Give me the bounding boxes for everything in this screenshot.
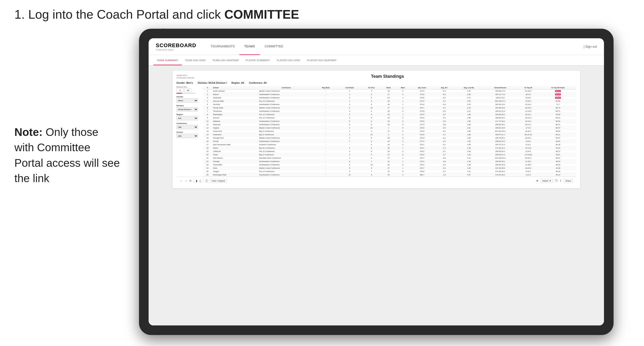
table-cell: 262 88-17-0 [484,89,516,93]
table-cell: 4 [396,140,410,143]
table-cell: 71.7 [540,103,576,106]
subnav-team-h2h-heatmap[interactable]: TEAM H2H HEATMAP [209,56,242,65]
standings-table: # School Conference Reg Rank Conf Rank N… [203,86,576,176]
toolbar-back-icon[interactable]: ← [180,179,183,182]
toolbar-expand-icon[interactable]: ❐ [555,179,558,182]
table-cell: Atlantic Coast Conference [258,126,314,130]
table-cell: Southeastern Conference [258,173,314,176]
table-cell: 17 [203,143,212,147]
table-row: 23Texas A&MSoutheastern Conference-91030… [203,163,576,167]
table-cell: 11 [203,123,212,126]
table-cell: 8 [362,136,382,140]
subnav-player-h2h-heatmap[interactable]: PLAYER H2H HEATMAP [304,56,340,65]
school-filter-select[interactable]: (All) [176,134,198,138]
share-btn[interactable]: Share [564,179,573,183]
table-cell: 8 [362,123,382,126]
table-cell: 20 [203,153,212,157]
table-cell: - [314,173,338,176]
min-input[interactable] [176,88,184,92]
table-cell: 8-14-0 [517,150,540,153]
table-cell: -4.0 [434,100,454,103]
table-cell: 6 [337,123,362,126]
table-cell: 215 109-24-2 [484,157,516,160]
table-cell: 58.91 [540,157,576,160]
table-cell: Southeastern Conference [258,160,314,163]
table-cell: 1 [381,126,396,130]
table-cell: 2.37 [454,103,484,106]
toolbar-paste-icon[interactable]: ▯ [200,179,201,182]
nav-tournaments[interactable]: TOURNAMENTS [206,38,240,55]
note-bold: Note: [14,126,43,138]
subnav-player-summary[interactable]: PLAYER SUMMARY [242,56,274,65]
note-section: Note: Only those with Committee Portal a… [14,124,120,186]
table-cell: 6.2 [381,96,396,100]
table-cell: 60.94 [540,120,576,123]
table-cell: -0.7 [434,153,454,157]
sign-out-link[interactable]: | Sign out [584,45,597,48]
table-cell: 268 82-18-1 [484,123,516,126]
table-cell: 24 [362,133,382,136]
col-conference: Conference [258,86,314,89]
table-cell: 2 [396,130,410,133]
table-cell: 278.5 [410,170,434,173]
gender-filter-select[interactable]: Men's [176,98,198,103]
watch-btn[interactable]: Watch ▼ [541,179,553,183]
min-rounds-slider[interactable] [176,93,196,94]
table-cell: - [314,126,338,130]
table-cell: -6.2 [434,136,454,140]
table-cell: 0 [396,173,410,176]
col-rank: # [203,86,212,89]
subnav-team-summary[interactable]: TEAM SUMMARY [154,56,182,65]
table-row: 1North CarolinaAtlantic Coast Conference… [203,89,576,93]
table-cell: 13-24-1 [517,120,540,123]
toolbar-forward-icon[interactable]: → [184,179,188,182]
toolbar-share-icon[interactable]: ⇧ [560,179,562,182]
nav-teams[interactable]: TEAMS [240,38,260,55]
table-row: 26Mississippi StateSoutheastern Conferen… [203,173,576,176]
region-filter-group: Region N/A [176,113,200,120]
toolbar-info-icon[interactable]: ⓘ [205,179,208,183]
table-cell: -3.5 [434,120,454,123]
table-cell: 2 [337,133,362,136]
table-cell: -1.4 [434,147,454,150]
table-cell: 277.0 [410,123,434,126]
table-row: 17East Tennessee StateSouthern Conferenc… [203,143,576,147]
table-cell: 9 [337,163,362,167]
toolbar-copy-icon[interactable]: ▮ [196,179,198,182]
table-cell: Texas A&M [212,163,258,167]
table-cell: 2.01 [454,126,484,130]
table-cell: 10 [337,173,362,176]
division-filter-select[interactable]: NCAA Division I [176,107,198,112]
conference-filter-select[interactable]: (All) [176,125,198,129]
table-cell: 278.9 [410,153,434,157]
table-cell: 3 [203,96,212,100]
filter-division: Division: NCAA Division I [198,82,227,84]
table-cell: 1.28 [454,147,484,150]
nav-committee[interactable]: COMMITTEE [260,38,288,55]
subnav-team-h2h-grid[interactable]: TEAM H2H GRID [182,56,209,65]
standings-table-container: # School Conference Reg Rank Conf Rank N… [203,86,576,176]
table-cell: 8 [362,116,382,120]
table-cell: 4 [337,110,362,113]
table-cell: Big 12 Conference [258,133,314,136]
table-cell: 48.54 [540,160,576,163]
region-filter-select[interactable]: N/A [176,116,198,120]
toolbar-divider-2 [203,179,203,183]
table-cell: 276.9 [410,130,434,133]
table-cell: 217 72-30-1 [484,120,516,123]
table-cell: 9 [362,157,382,160]
table-row: 22GeorgiaSoutheastern Conference-8721127… [203,160,576,163]
subnav-player-h2h-grid[interactable]: PLAYER H2H GRID [274,56,304,65]
table-cell: 26 [381,100,396,103]
gender-filter-label: Gender [176,96,200,98]
table-cell: 27 [381,153,396,157]
table-cell: Auburn [212,93,258,96]
table-cell: 85.98 [540,100,576,103]
toolbar-reload-icon[interactable]: ↻ [189,179,192,182]
view-original-btn[interactable]: View: Original [210,179,226,183]
max-input[interactable] [184,88,192,92]
filters-row: Gender: Men's Division: NCAA Division I … [176,82,576,84]
table-cell: 10-23-0 [517,167,540,170]
table-cell: 279.4 [410,163,434,167]
table-cell: -3.8 [434,160,454,163]
